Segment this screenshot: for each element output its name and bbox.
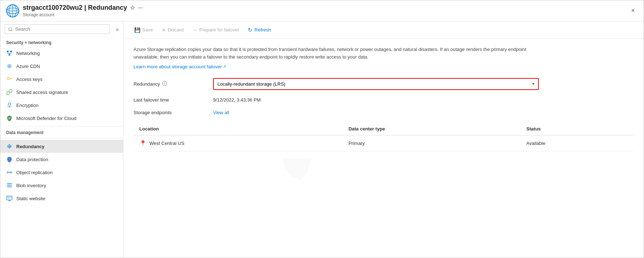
- close-button[interactable]: ×: [628, 5, 638, 16]
- sidebar: « Security + networking: [0, 21, 123, 258]
- sidebar-item-label-encryption: Encryption: [16, 103, 117, 108]
- networking-icon: [6, 50, 13, 56]
- sidebar-item-networking[interactable]: Networking: [0, 47, 123, 60]
- svg-point-16: [7, 78, 9, 80]
- title-bar: strgacct100720wu2 | Redundancy ☆ ··· Sto…: [0, 0, 644, 21]
- sidebar-item-label-object-replication: Object replication: [16, 170, 117, 175]
- title-text-group: strgacct100720wu2 | Redundancy ☆ ··· Sto…: [23, 4, 143, 17]
- sidebar-item-azure-cdn[interactable]: Azure CDN: [0, 60, 123, 73]
- content-body: Azure Storage replication copies your da…: [123, 39, 644, 202]
- encryption-icon: [6, 102, 13, 108]
- app-icon: [6, 4, 19, 17]
- save-icon: 💾: [134, 27, 140, 33]
- refresh-label: Refresh: [254, 27, 271, 33]
- svg-point-24: [9, 146, 10, 147]
- svg-point-29: [7, 171, 9, 173]
- sidebar-item-blob-inventory[interactable]: Blob inventory: [0, 179, 123, 192]
- sidebar-item-label-access-keys: Access keys: [16, 77, 117, 82]
- cell-status: Available: [521, 135, 634, 151]
- save-button[interactable]: 💾 Save: [131, 25, 157, 35]
- sidebar-search-container: [0, 21, 114, 37]
- window-title: strgacct100720wu2 | Redundancy: [23, 4, 127, 12]
- refresh-icon: ↻: [248, 27, 253, 33]
- discard-button[interactable]: ✕ Discard: [158, 25, 187, 35]
- svg-point-13: [7, 64, 12, 68]
- locations-table: Location Data center type Status 📍: [134, 122, 634, 151]
- cdn-icon: [6, 63, 13, 69]
- content-wrapper: 💾 Save ✕ Discard → Prepare for failover …: [123, 21, 644, 258]
- svg-rect-32: [7, 185, 12, 186]
- sidebar-item-encryption[interactable]: Encryption: [0, 99, 123, 112]
- window-subtitle: Storage account: [23, 12, 143, 17]
- col-data-center-type: Data center type: [343, 122, 521, 136]
- arrow-icon: →: [192, 27, 198, 33]
- redundancy-select[interactable]: Locally-redundant storage (LRS) Geo-redu…: [214, 79, 538, 89]
- blob-icon: [6, 182, 13, 189]
- external-link-icon: ↗: [223, 64, 226, 69]
- sidebar-item-label-redundancy: Redundancy: [16, 144, 117, 149]
- description-text: Azure Storage replication copies your da…: [134, 46, 531, 61]
- view-all-link[interactable]: View all: [213, 110, 229, 115]
- content-panel: 💾 Save ✕ Discard → Prepare for failover …: [123, 21, 644, 202]
- section-security-networking-label: Security + networking: [0, 37, 123, 47]
- svg-rect-6: [7, 51, 9, 52]
- main-layout: « Security + networking: [0, 21, 644, 258]
- redundancy-info-icon[interactable]: ⓘ: [162, 81, 167, 87]
- prepare-failover-button[interactable]: → Prepare for failover: [189, 25, 243, 35]
- sidebar-search-row: «: [0, 21, 123, 37]
- sidebar-item-data-protection[interactable]: Data protection: [0, 153, 123, 166]
- defender-icon: [6, 115, 13, 121]
- search-input[interactable]: [5, 24, 110, 34]
- failover-value: 9/12/2022, 3:43:36 PM: [213, 97, 261, 103]
- redundancy-select-wrapper: Locally-redundant storage (LRS) Geo-redu…: [213, 78, 539, 90]
- sidebar-item-label-cdn: Azure CDN: [16, 64, 117, 69]
- endpoints-row: Storage endpoints View all: [134, 110, 634, 115]
- sidebar-item-static-website[interactable]: Static website: [0, 192, 123, 205]
- sidebar-item-label-networking: Networking: [16, 51, 117, 56]
- sidebar-item-object-replication[interactable]: Object replication: [0, 166, 123, 179]
- svg-rect-37: [10, 198, 12, 199]
- cell-data-center-type: Primary: [343, 135, 521, 151]
- table-row: 📍 West Central US Primary Available: [134, 135, 634, 151]
- location-pin-icon: 📍: [139, 140, 147, 147]
- sidebar-collapse-button[interactable]: «: [114, 25, 120, 34]
- cell-location: 📍 West Central US: [134, 135, 343, 151]
- failover-label: Last failover time: [134, 97, 213, 103]
- link-icon: [6, 89, 13, 95]
- redundancy-label: Redundancy ⓘ: [134, 81, 213, 87]
- favorite-icon[interactable]: ☆: [130, 4, 135, 11]
- section-divider: [0, 138, 123, 138]
- app-window: strgacct100720wu2 | Redundancy ☆ ··· Sto…: [0, 0, 644, 258]
- sidebar-nav: Security + networking: [0, 37, 123, 258]
- shield-icon: [6, 156, 13, 163]
- sidebar-item-redundancy[interactable]: Redundancy: [0, 140, 123, 153]
- refresh-button[interactable]: ↻ Refresh: [244, 25, 275, 35]
- discard-icon: ✕: [162, 27, 166, 33]
- learn-more-text: Learn more about storage account failove…: [134, 64, 222, 69]
- prepare-failover-label: Prepare for failover: [199, 27, 240, 33]
- sidebar-item-label-data-protection: Data protection: [16, 157, 117, 162]
- toolbar: 💾 Save ✕ Discard → Prepare for failover …: [123, 21, 644, 39]
- learn-more-link[interactable]: Learn more about storage account failove…: [134, 64, 226, 69]
- svg-rect-33: [7, 186, 12, 187]
- website-icon: [6, 195, 13, 202]
- sidebar-item-defender[interactable]: Microsoft Defender for Cloud: [0, 112, 123, 125]
- svg-rect-8: [9, 54, 10, 56]
- more-options-icon[interactable]: ···: [138, 5, 143, 11]
- col-status: Status: [521, 122, 634, 136]
- table-header-row: Location Data center type Status: [134, 122, 634, 136]
- sidebar-item-label-defender: Microsoft Defender for Cloud: [16, 116, 117, 121]
- section-data-management-label: Data management: [0, 126, 123, 137]
- failover-row: Last failover time 9/12/2022, 3:43:36 PM: [134, 97, 634, 103]
- sidebar-item-access-keys[interactable]: Access keys: [0, 73, 123, 86]
- svg-rect-36: [8, 198, 9, 199]
- world-map-bg: [134, 159, 634, 195]
- svg-rect-31: [7, 183, 12, 184]
- redundancy-form-row: Redundancy ⓘ Locally-redundant storage (…: [134, 78, 634, 90]
- col-location: Location: [134, 122, 343, 136]
- svg-rect-38: [10, 199, 11, 199]
- svg-rect-7: [10, 51, 12, 52]
- sidebar-item-label-static-website: Static website: [16, 196, 117, 201]
- redundancy-icon: [6, 143, 13, 150]
- sidebar-item-shared-access[interactable]: Shared access signature: [0, 86, 123, 99]
